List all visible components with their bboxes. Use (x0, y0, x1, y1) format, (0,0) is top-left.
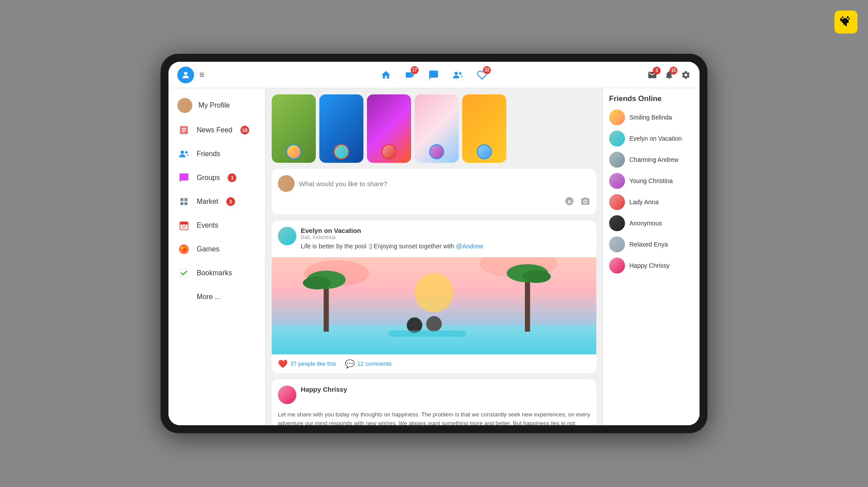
story-avatar-5 (477, 144, 492, 159)
user-avatar[interactable] (177, 67, 194, 83)
emoji-button[interactable] (565, 196, 574, 208)
story-card-5[interactable] (462, 94, 506, 163)
chat-nav-btn[interactable] (428, 70, 439, 80)
friend-avatar-6 (609, 215, 625, 231)
svg-rect-38 (842, 21, 849, 23)
friends-nav-btn[interactable] (452, 70, 464, 80)
svg-point-27 (522, 270, 551, 283)
friend-name-5: Lady Anna (629, 199, 658, 206)
post-1-mention[interactable]: @Andrew (456, 243, 483, 250)
post-1-likes[interactable]: ❤️ 37 people like this (278, 359, 336, 369)
comment-icon: 💬 (345, 359, 355, 369)
friend-name-2: Evelyn on Vacation (629, 135, 682, 142)
story-card-1[interactable] (272, 94, 316, 163)
camera-button[interactable] (580, 196, 590, 208)
post-1-likes-text: 37 people like this (290, 360, 336, 367)
friend-item-2[interactable]: Evelyn on Vacation (609, 131, 693, 146)
story-avatar-2 (334, 144, 349, 159)
sidebar-item-friends[interactable]: Friends (168, 142, 265, 166)
friend-item-4[interactable]: Young Christina (609, 173, 693, 189)
sidebar: My Profile News Feed 18 (168, 88, 266, 425)
svg-point-1 (455, 71, 458, 75)
friend-item-7[interactable]: Relaxed Enya (609, 236, 693, 252)
sidebar-item-bookmarks[interactable]: Bookmarks (168, 261, 265, 285)
friend-name-7: Relaxed Enya (629, 241, 668, 248)
events-icon: 17 (177, 219, 191, 232)
share-actions (278, 196, 590, 208)
story-card-4[interactable] (415, 94, 459, 163)
friend-item-5[interactable]: Lady Anna (609, 194, 693, 210)
groups-icon (177, 171, 191, 184)
pool-scene (272, 257, 596, 354)
friend-avatar-3 (609, 152, 625, 168)
friend-name-8: Happy Chrissy (629, 262, 670, 269)
svg-rect-40 (845, 25, 847, 26)
friend-item-1[interactable]: Smiling Belinda (609, 109, 693, 125)
svg-point-3 (181, 151, 184, 154)
post-2-header: Happy Chrissy (272, 379, 596, 410)
hamburger-menu[interactable]: ≡ (199, 70, 205, 80)
pixel-heart-logo (834, 11, 857, 34)
post-1: Evelyn on Vacation Bali, Indonesia Life … (272, 221, 596, 373)
svg-text:17: 17 (182, 225, 186, 229)
friend-name-6: Anonymous (629, 220, 662, 227)
bell-badge: 15 (670, 67, 677, 75)
sidebar-label-bookmarks: Bookmarks (197, 269, 232, 277)
svg-rect-6 (184, 198, 187, 201)
main-content: My Profile News Feed 18 (168, 88, 700, 425)
svg-point-13 (181, 247, 183, 249)
news-feed-icon (177, 124, 191, 137)
svg-rect-8 (184, 202, 187, 205)
tablet-frame: ≡ 17 (161, 54, 707, 433)
friend-name-3: Charming Andrew (629, 156, 678, 163)
svg-point-18 (415, 273, 453, 312)
svg-point-24 (303, 276, 332, 289)
sidebar-item-games[interactable]: Games (168, 237, 265, 261)
nav-center: 17 (381, 70, 487, 80)
friend-item-6[interactable]: Anonymous (609, 215, 693, 231)
tablet-screen: ≡ 17 (168, 62, 700, 425)
sidebar-label-friends: Friends (197, 150, 220, 158)
svg-rect-31 (840, 18, 842, 20)
svg-point-4 (185, 151, 188, 154)
post-2-meta: Happy Chrissy (301, 386, 590, 393)
friend-item-3[interactable]: Charming Andrew (609, 152, 693, 168)
post-1-comments[interactable]: 💬 12 comments (345, 359, 392, 369)
sidebar-label-my-profile: My Profile (198, 101, 230, 109)
share-input[interactable] (299, 180, 590, 187)
heart-icon: ❤️ (278, 359, 288, 369)
post-1-footer: ❤️ 37 people like this 💬 12 comments (272, 354, 596, 373)
svg-point-2 (459, 72, 462, 75)
friend-item-8[interactable]: Happy Chrissy (609, 258, 693, 273)
share-avatar (278, 175, 295, 192)
story-card-3[interactable] (367, 94, 411, 163)
post-1-header: Evelyn on Vacation Bali, Indonesia Life … (272, 221, 596, 257)
story-card-2[interactable] (319, 94, 363, 163)
settings-nav-btn[interactable] (681, 70, 691, 80)
friend-avatar-5 (609, 194, 625, 210)
mail-badge: 3 (653, 67, 661, 75)
sidebar-label-more: More ... (197, 293, 221, 301)
sidebar-label-groups: Groups (197, 174, 220, 182)
sidebar-item-my-profile[interactable]: My Profile (168, 93, 265, 118)
post-2-text: Let me share with you today my thoughts … (272, 410, 596, 425)
profile-avatar (177, 98, 192, 113)
sidebar-item-news-feed[interactable]: News Feed 18 (168, 118, 265, 142)
groups-badge: 1 (228, 173, 236, 182)
bookmarks-icon (177, 266, 191, 280)
nav-right: 3 15 (647, 70, 691, 80)
sidebar-item-groups[interactable]: Groups 1 (168, 166, 265, 190)
sidebar-item-more[interactable]: More ... (168, 285, 265, 309)
post-1-comments-text: 12 comments (357, 360, 392, 367)
likes-nav-btn[interactable]: 32 (477, 70, 487, 80)
top-nav: ≡ 17 (168, 62, 700, 88)
more-icon (177, 290, 191, 303)
svg-point-0 (184, 71, 187, 75)
mail-nav-btn[interactable]: 3 (647, 70, 657, 80)
sidebar-item-events[interactable]: 17 Events (168, 214, 265, 237)
home-nav-btn[interactable] (381, 70, 391, 80)
bell-nav-btn[interactable]: 15 (664, 70, 674, 80)
sidebar-item-market[interactable]: Market 3 (168, 190, 265, 214)
video-nav-btn[interactable]: 17 (404, 70, 415, 80)
friend-avatar-8 (609, 258, 625, 273)
